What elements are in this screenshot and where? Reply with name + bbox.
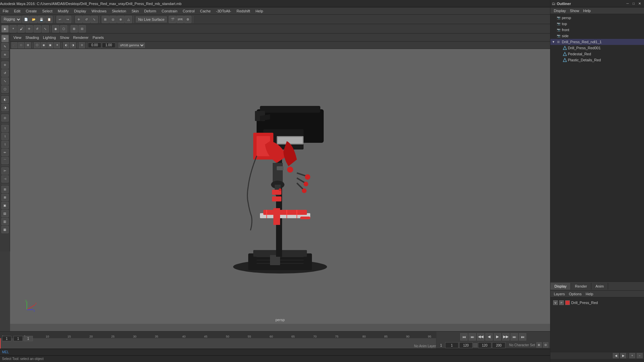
sculpt-lt-btn[interactable]: ≋: [1, 51, 9, 58]
brp-prev-btn[interactable]: ◀: [613, 353, 619, 358]
sub-frame-input[interactable]: [13, 336, 23, 341]
ep-lt-btn[interactable]: ⌇: [1, 133, 9, 140]
render-settings-btn[interactable]: ⚙: [184, 16, 192, 23]
brp-scrollbar[interactable]: [550, 359, 644, 362]
snap-grid-btn[interactable]: ⊞: [102, 16, 109, 23]
lasso-select-btn[interactable]: ⌖: [9, 25, 17, 33]
brp-tab-anim[interactable]: Anim: [591, 283, 608, 290]
grid6-lt-btn[interactable]: ▦: [1, 226, 9, 233]
vp-isolate-btn[interactable]: ⊙: [79, 42, 85, 48]
end-range-input[interactable]: [459, 342, 473, 348]
undo-btn[interactable]: ↩: [56, 16, 64, 23]
menu-3dtoall[interactable]: -3DToAll-: [213, 8, 234, 14]
soft-mod-lt-btn[interactable]: ◐: [1, 96, 9, 103]
menu-cache[interactable]: Cache: [197, 8, 213, 14]
outliner-item-mesh2[interactable]: Pedestal_Red: [550, 51, 644, 57]
vp-shadow-btn[interactable]: ◐: [63, 42, 69, 48]
outliner-close-btn[interactable]: ✕: [637, 1, 643, 7]
vp-cam-btn[interactable]: 🎥: [11, 42, 17, 48]
vp-value1-input[interactable]: [88, 43, 101, 48]
scale-btn[interactable]: ⤡: [91, 16, 98, 23]
brp-tab-display[interactable]: Display: [550, 283, 571, 290]
bezier-lt-btn[interactable]: ⌇: [1, 141, 9, 148]
redo-btn[interactable]: ↪: [64, 16, 71, 23]
goto-end-btn[interactable]: ⏭: [519, 333, 526, 341]
measure-lt-btn[interactable]: ⊢: [1, 167, 9, 175]
select-lt-btn[interactable]: ▶: [1, 35, 9, 42]
align-btn[interactable]: ⊟: [78, 25, 86, 33]
layer-visibility-btn[interactable]: V: [553, 300, 558, 305]
outliner-item-front[interactable]: 📷 front: [550, 27, 644, 33]
no-live-surface-btn[interactable]: No Live Surface: [136, 16, 167, 22]
grid3-lt-btn[interactable]: ▣: [1, 202, 9, 209]
outliner-item-mesh1[interactable]: Drill_Press_Red001: [550, 45, 644, 51]
vp-res-btn[interactable]: ⊞: [25, 42, 31, 48]
layer-color-swatch[interactable]: [565, 300, 570, 305]
outliner-item-top[interactable]: 📷 top: [550, 21, 644, 27]
outliner-display-menu[interactable]: Display: [552, 8, 568, 13]
step-fwd-btn[interactable]: ▶▶: [502, 333, 509, 341]
menu-constrain[interactable]: Constrain: [159, 8, 180, 14]
outliner-item-side[interactable]: 📷 side: [550, 33, 644, 39]
grid2-lt-btn[interactable]: ⊠: [1, 194, 9, 201]
select-tool-btn[interactable]: ▶: [1, 25, 9, 33]
vp-smooth-btn[interactable]: ◉: [41, 42, 47, 48]
current-frame-input[interactable]: [2, 336, 11, 341]
viewport-menu-shading[interactable]: Shading: [24, 35, 40, 40]
outliner-item-group[interactable]: ▼ ⊞ Drill_Press_Red_ndl1_1: [550, 39, 644, 45]
play-fwd-btn[interactable]: ▶: [494, 333, 501, 341]
new-file-btn[interactable]: 📄: [22, 16, 30, 23]
snap-point-btn[interactable]: ⊕: [117, 16, 124, 23]
viewport-menu-lighting[interactable]: Lighting: [42, 35, 57, 40]
char-set-btn2[interactable]: ⊖: [543, 342, 548, 348]
param-lt-btn[interactable]: ⊣: [1, 175, 9, 183]
vp-light-btn[interactable]: ☀: [54, 42, 60, 48]
menu-help[interactable]: Help: [253, 8, 266, 14]
menu-edit[interactable]: Edit: [11, 8, 23, 14]
snap-curve-btn[interactable]: ◎: [109, 16, 117, 23]
symmetry-btn[interactable]: ⬡: [60, 25, 67, 33]
menu-control[interactable]: Control: [180, 8, 197, 14]
show-manip-lt-btn[interactable]: ⊙: [1, 114, 9, 122]
move-tool-btn[interactable]: ✛: [25, 25, 33, 33]
brp-delete-btn[interactable]: −: [637, 353, 643, 358]
layer-playback-btn[interactable]: P: [559, 300, 564, 305]
paint-lt-btn[interactable]: ✎: [1, 43, 9, 50]
ipr-btn[interactable]: IPR: [176, 16, 184, 23]
menu-skeleton[interactable]: Skeleton: [109, 8, 129, 14]
play-back-btn[interactable]: ◀: [485, 333, 493, 341]
layer-item-drillpress[interactable]: V P Drill_Press_Red: [552, 299, 642, 307]
grid-lt-btn[interactable]: ⊞: [1, 186, 9, 193]
prev-key-btn[interactable]: ⏭: [469, 333, 476, 341]
menu-modify[interactable]: Modify: [55, 8, 71, 14]
move-btn[interactable]: ✛: [75, 16, 83, 23]
start-range-input[interactable]: [445, 342, 459, 348]
viewport-menu-renderer[interactable]: Renderer: [72, 35, 90, 40]
scale-lt-btn[interactable]: ⤡: [1, 77, 9, 85]
brp-next-btn[interactable]: ▶: [620, 353, 626, 358]
menu-skin[interactable]: Skin: [129, 8, 141, 14]
outliner-item-mesh3[interactable]: Plastic_Details_Red: [550, 57, 644, 63]
keyframe-indicator[interactable]: [473, 343, 477, 347]
viewport-menu-show[interactable]: Show: [59, 35, 71, 40]
viewport-menu-panels[interactable]: Panels: [91, 35, 105, 40]
expand-icon-group[interactable]: ▼: [552, 40, 555, 44]
rotate-btn[interactable]: ↺: [83, 16, 90, 23]
menu-create[interactable]: Create: [23, 8, 40, 14]
goto-start-btn[interactable]: ⏮: [460, 333, 468, 341]
sculpt2-lt-btn[interactable]: ◑: [1, 104, 9, 111]
outliner-help-menu[interactable]: Help: [581, 8, 593, 13]
vp-ao-btn[interactable]: ◑: [70, 42, 76, 48]
menu-windows[interactable]: Windows: [89, 8, 109, 14]
snap-together-btn[interactable]: ⊞: [70, 25, 78, 33]
vp-texture-btn[interactable]: ▣: [47, 42, 53, 48]
viewport-menu-view[interactable]: View: [12, 35, 23, 40]
vp-wire-btn[interactable]: ⬡: [34, 42, 40, 48]
total-start-input[interactable]: [478, 342, 491, 348]
menu-select[interactable]: Select: [40, 8, 55, 14]
step-back-btn[interactable]: ◀◀: [477, 333, 484, 341]
brp-menu-help[interactable]: Help: [584, 291, 595, 297]
menu-redshift[interactable]: Redshift: [234, 8, 253, 14]
char-set-btn1[interactable]: ⊕: [536, 342, 542, 348]
total-end-input[interactable]: [492, 342, 505, 348]
